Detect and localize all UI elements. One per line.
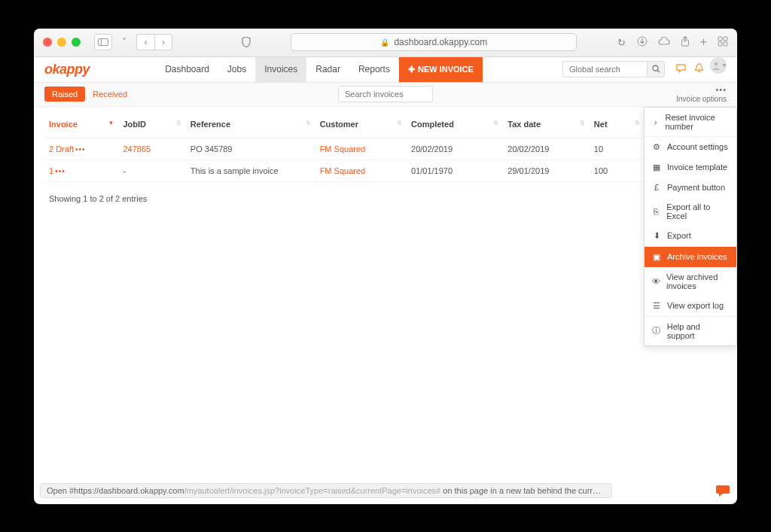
invoice-link[interactable]: 2 Draft [49,144,74,154]
menu-invoice-template[interactable]: ▦Invoice template [645,157,736,178]
chat-widget-button[interactable] [715,483,731,498]
menu-export[interactable]: ⬇Export [645,226,736,246]
invoice-options-menu: ›Reset invoice number ⚙Account settings … [644,107,737,346]
browser-window: ˅ ‹ › 🔒 dashboard.okappy.com ↻ [34,29,737,504]
customer-link[interactable]: FM Squared [320,144,366,154]
row-menu-icon[interactable]: ••• [75,145,86,154]
col-tax-date[interactable]: Tax date⇅ [503,113,590,138]
col-invoice[interactable]: Invoice▼ [44,113,119,138]
showing-entries-text: Showing 1 to 2 of 2 entries [44,182,727,215]
toolbar-right-icons: + [637,35,728,49]
svg-point-8 [653,65,658,71]
lock-icon: 🔒 [380,38,389,47]
list-icon: ☰ [652,301,661,311]
nav-reports[interactable]: Reports [349,57,399,82]
nav-tabs: Dashboard Jobs Invoices Radar Reports ✚ … [156,57,483,82]
shield-icon[interactable] [237,34,255,50]
brand-logo[interactable]: okappy [44,57,90,82]
forward-button[interactable]: › [154,34,172,50]
svg-point-10 [715,62,718,65]
invoice-subbar: Raised Received ••• Invoice options [34,83,737,107]
pound-icon: £ [652,183,661,192]
menu-help-support[interactable]: ⓘHelp and support [645,317,736,345]
svg-line-9 [657,70,660,72]
close-window-button[interactable] [43,38,52,47]
url-text: dashboard.okappy.com [394,37,487,47]
customer-link[interactable]: FM Squared [320,166,366,175]
cell-jobid: - [119,160,186,181]
cloud-icon[interactable] [658,36,670,48]
global-search [562,57,665,82]
col-completed[interactable]: Completed⇅ [407,113,503,138]
user-avatar[interactable]: ▾ [710,57,727,74]
cell-reference: This is a sample invoice [186,160,315,181]
sidebar-toggle-button[interactable] [94,34,112,50]
chevron-right-icon: › [652,117,660,126]
cell-completed: 20/02/2019 [407,138,503,160]
bell-icon[interactable] [694,63,704,76]
window-controls [43,38,81,47]
sort-desc-icon: ▼ [108,120,114,126]
nav-action-icons [675,57,704,82]
svg-rect-4 [718,37,722,41]
col-net[interactable]: Net⇅ [590,113,645,138]
global-search-button[interactable] [647,61,665,78]
menu-payment-button[interactable]: £Payment button [645,178,736,197]
col-reference[interactable]: Reference⇅ [186,113,315,138]
archive-icon: ▣ [652,252,661,262]
reload-button[interactable]: ↻ [613,34,631,50]
new-tab-button[interactable]: + [700,35,707,49]
tab-raised[interactable]: Raised [44,87,85,102]
tabs-overview-button[interactable] [718,36,728,49]
menu-export-all-excel[interactable]: ⎘Export all to Excel [645,197,736,226]
cell-tax-date: 29/01/2019 [503,160,590,181]
row-menu-icon[interactable]: ••• [55,167,66,175]
share-icon[interactable] [681,36,690,49]
invoices-table: Invoice▼ JobID⇅ Reference⇅ Customer⇅ Com… [44,113,727,182]
download-icon: ⬇ [652,231,661,241]
maximize-window-button[interactable] [72,38,81,47]
col-customer[interactable]: Customer⇅ [315,113,407,138]
nav-dashboard[interactable]: Dashboard [156,57,218,82]
menu-view-export-log[interactable]: ☰View export log [645,296,736,316]
status-text: Open #https://dashboard.okappy.com/myaut… [40,483,612,498]
chat-icon[interactable] [675,63,687,76]
address-bar-wrap: 🔒 dashboard.okappy.com [261,33,607,51]
menu-archive-invoices[interactable]: ▣Archive invoices [645,247,736,267]
tab-received[interactable]: Received [85,87,135,102]
back-button[interactable]: ‹ [136,34,154,50]
gear-icon: ⚙ [652,142,661,152]
new-invoice-button[interactable]: ✚ NEW INVOICE [399,57,483,82]
global-search-input[interactable] [562,61,647,78]
svg-rect-7 [724,42,727,46]
invoice-options-button[interactable]: ••• Invoice options [676,86,727,103]
cell-net: 100 [590,160,645,181]
minimize-window-button[interactable] [57,38,66,47]
table-row[interactable]: 2 Draft••• 247865 PO 345789 FM Squared 2… [44,138,727,160]
app-navbar: okappy Dashboard Jobs Invoices Radar Rep… [34,57,737,83]
svg-rect-0 [99,39,108,46]
cell-completed: 01/01/1970 [407,160,503,181]
status-bar: Open #https://dashboard.okappy.com/myaut… [40,483,731,498]
col-jobid[interactable]: JobID⇅ [119,113,186,138]
menu-view-archived[interactable]: 👁View archived invoices [645,267,736,296]
invoice-options-label: Invoice options [676,96,727,103]
jobid-link[interactable]: 247865 [123,144,151,154]
nav-jobs[interactable]: Jobs [218,57,255,82]
download-icon[interactable] [637,36,648,49]
table-row[interactable]: 1••• - This is a sample invoice FM Squar… [44,160,727,181]
menu-account-settings[interactable]: ⚙Account settings [645,137,736,157]
nav-invoices[interactable]: Invoices [255,57,306,82]
menu-reset-invoice-number[interactable]: ›Reset invoice number [645,108,736,136]
cell-net: 10 [590,138,645,160]
search-invoices-input[interactable] [338,86,433,102]
cell-tax-date: 20/02/2019 [503,138,590,160]
invoice-link[interactable]: 1 [49,166,53,175]
nav-radar[interactable]: Radar [306,57,349,82]
tab-dropdown-button[interactable]: ˅ [118,34,130,50]
address-bar[interactable]: 🔒 dashboard.okappy.com [291,33,577,51]
ellipsis-icon: ••• [715,86,727,94]
nav-back-forward: ‹ › [136,34,172,50]
info-icon: ⓘ [652,325,661,336]
excel-icon: ⎘ [652,207,660,216]
